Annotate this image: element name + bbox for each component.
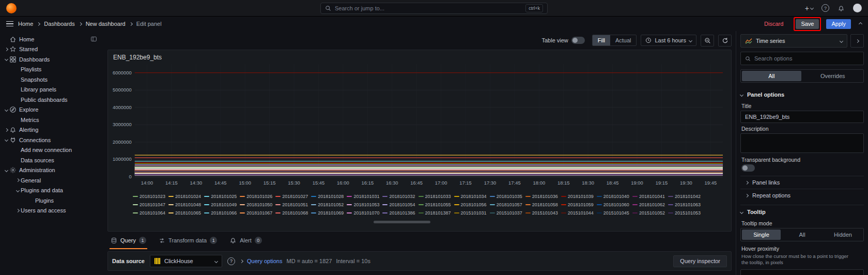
expand-chevron-icon[interactable] (4, 57, 8, 61)
sidebar-item-snapshots[interactable]: Snapshots (2, 74, 101, 85)
options-search-input[interactable]: Search options (740, 52, 864, 65)
sidebar-item-library-panels[interactable]: Library panels (2, 85, 101, 95)
legend-item[interactable]: 2018101052 (311, 201, 344, 209)
legend-item[interactable]: 2018101056 (454, 201, 487, 209)
breadcrumb-item[interactable]: Dashboards (44, 21, 74, 27)
legend-item[interactable]: 2015101045 (597, 209, 629, 217)
legend-item[interactable]: 2018101050 (240, 201, 272, 209)
notification-bell-icon[interactable] (838, 5, 845, 12)
expand-chevron-icon[interactable] (16, 178, 19, 182)
sidebar-item-plugins-and-data[interactable]: Plugins and data (2, 186, 101, 196)
legend-item[interactable]: 2018101023 (133, 192, 165, 201)
legend-item[interactable]: 2018101064 (133, 209, 165, 217)
sidebar-item-alerting[interactable]: Alerting (2, 125, 101, 135)
time-range-picker[interactable]: Last 6 hours (641, 35, 696, 46)
tab-query[interactable]: Query1 (110, 234, 147, 249)
expand-chevron-icon[interactable] (4, 48, 8, 51)
datasource-select[interactable]: ClickHouse (150, 255, 222, 267)
expand-chevron-icon[interactable] (4, 108, 8, 112)
sidebar-item-starred[interactable]: Starred (2, 44, 101, 55)
legend-item[interactable]: 2018101051 (275, 201, 308, 209)
legend-item[interactable]: 2015101055 (133, 217, 165, 219)
breadcrumb-item[interactable]: Edit panel (136, 21, 162, 27)
legend-item[interactable]: 2017131003 (275, 217, 307, 219)
legend-item[interactable]: 2016111002 (240, 217, 272, 219)
discard-button[interactable]: Discard (759, 19, 788, 29)
legend-item[interactable]: 2015101043 (525, 209, 558, 217)
tab-overrides[interactable]: Overrides (803, 71, 863, 81)
legend-item[interactable]: 2015101037 (490, 209, 522, 217)
sidebar-item-administration[interactable]: Administration (2, 165, 101, 176)
search-input[interactable]: Search or jump to... ctrl+k (320, 3, 548, 14)
legend-item[interactable]: 2018101040 (597, 192, 629, 201)
refresh-button[interactable] (718, 35, 732, 47)
legend-item[interactable]: 2018101063 (668, 201, 701, 209)
expand-chevron-icon[interactable] (4, 138, 8, 142)
legend-item[interactable]: 2014151001 (168, 217, 201, 219)
legend-item[interactable]: 2018101026 (240, 192, 272, 201)
legend-item[interactable]: 2018101068 (275, 209, 308, 217)
table-view-toggle[interactable] (571, 37, 585, 44)
tooltip-mode-hidden[interactable]: Hidden (824, 230, 862, 240)
sidebar-item-data-sources[interactable]: Data sources (2, 155, 101, 165)
sidebar-item-users-and-access[interactable]: Users and access (2, 206, 101, 216)
sidebar-item-explore[interactable]: Explore (2, 105, 101, 115)
transparent-bg-toggle[interactable] (741, 164, 755, 172)
add-new-button[interactable]: + (805, 5, 813, 12)
legend-item[interactable]: 2018101057 (490, 201, 522, 209)
legend-item[interactable]: 2018101066 (204, 209, 237, 217)
legend-item[interactable]: 2018101041 (632, 192, 665, 201)
sidebar-item-connections[interactable]: Connections (2, 135, 101, 145)
section-panel-links[interactable]: Panel links (740, 176, 864, 189)
legend-item[interactable]: 2018101042 (668, 192, 701, 201)
expand-chevron-icon[interactable] (4, 128, 8, 132)
help-icon[interactable]: ? (822, 4, 829, 12)
collapse-options-pane-button[interactable] (850, 34, 864, 48)
legend-item[interactable]: 2015101044 (561, 209, 594, 217)
legend-item[interactable]: 2015101031 (454, 209, 487, 217)
legend-item[interactable]: 2018101070 (347, 209, 379, 217)
datasource-help-icon[interactable]: ? (227, 257, 235, 265)
legend-item[interactable]: 2018101048 (168, 201, 201, 209)
breadcrumb-item[interactable]: Home (18, 21, 33, 27)
legend-item[interactable]: 2018101028 (311, 192, 344, 201)
legend-item[interactable]: 2018101036 (525, 192, 558, 201)
legend-item[interactable]: 2018101024 (168, 192, 201, 201)
legend-item[interactable]: 2017131005 (204, 217, 237, 219)
apply-button[interactable]: Apply (826, 19, 851, 29)
panel-title-input[interactable] (740, 111, 864, 123)
legend-item[interactable]: 2018101025 (204, 192, 237, 201)
legend-item[interactable]: 2018101047 (133, 201, 165, 209)
legend-item[interactable]: 2018101039 (561, 192, 594, 201)
tab-transform-data[interactable]: Transform data1 (158, 234, 218, 249)
legend-item[interactable]: 2018101059 (561, 201, 594, 209)
sidebar-item-public-dashboards[interactable]: Public dashboards (2, 95, 101, 105)
legend-scrollbar[interactable] (133, 221, 706, 223)
legend-item[interactable]: 2018101053 (347, 201, 379, 209)
save-button[interactable]: Save (796, 19, 819, 29)
legend-item[interactable]: 2018101027 (275, 192, 308, 201)
tab-alert[interactable]: Alert0 (228, 234, 263, 249)
section-repeat-options[interactable]: Repeat options (740, 189, 864, 202)
legend-item[interactable]: 2018101035 (490, 192, 522, 201)
sidebar-item-metrics[interactable]: Metrics (2, 115, 101, 125)
sidebar-item-add-new-connection[interactable]: Add new connection (2, 145, 101, 156)
actual-button[interactable]: Actual (610, 35, 637, 45)
legend-item[interactable]: 2018101067 (240, 209, 272, 217)
scrollbar-thumb[interactable] (374, 221, 430, 223)
legend-item[interactable]: 2018101033 (419, 192, 451, 201)
user-avatar[interactable] (853, 4, 862, 12)
tooltip-mode-all[interactable]: All (783, 230, 822, 240)
visualization-select[interactable]: Time series (740, 34, 847, 48)
sidebar-item-home[interactable]: Home (2, 34, 101, 44)
section-panel-options[interactable]: Panel options (740, 88, 864, 100)
expand-chevron-icon[interactable] (16, 189, 19, 192)
legend-item[interactable]: 2018101060 (597, 201, 629, 209)
sidebar-item-general[interactable]: General (2, 175, 101, 186)
legend-item[interactable]: 2015101053 (668, 209, 701, 217)
hover-proximity-input[interactable] (740, 269, 864, 275)
legend-item[interactable]: 2018101049 (204, 201, 237, 209)
menu-toggle-icon[interactable] (6, 21, 13, 27)
grafana-logo[interactable] (6, 3, 17, 13)
legend-item[interactable]: 2018101058 (525, 201, 558, 209)
